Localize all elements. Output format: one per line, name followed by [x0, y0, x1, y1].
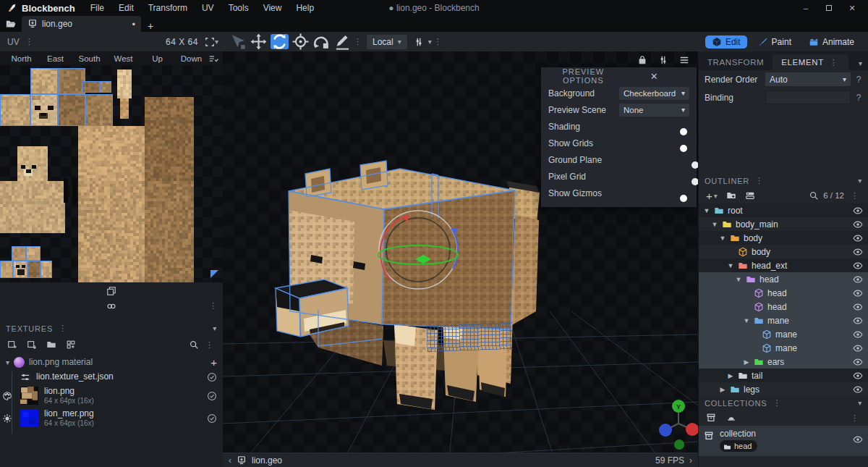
3d-viewport[interactable]: Y PREVIEW OPTIONS ✕ BackgroundCheckerboa…	[223, 51, 698, 467]
preview-sliders-icon[interactable]	[658, 55, 668, 65]
texture-group-icon[interactable]	[66, 340, 76, 350]
outliner-node-body[interactable]: body	[699, 245, 868, 258]
expand-icon[interactable]: ▶	[727, 372, 734, 379]
create-texture-icon[interactable]	[7, 340, 17, 350]
material-collapse-icon[interactable]: ▾	[6, 358, 9, 366]
texture-folder-icon[interactable]	[46, 340, 56, 350]
import-collection-icon[interactable]	[726, 413, 736, 423]
move-tool[interactable]	[250, 34, 268, 49]
texture-row[interactable]: lion.png64 x 64px (16x)	[0, 384, 223, 407]
uv-face-up[interactable]: Up	[140, 54, 174, 63]
textures-toolbar-menu-icon[interactable]: ⋮	[203, 340, 216, 350]
tab-menu-icon[interactable]: ⋮	[827, 58, 841, 67]
help-icon[interactable]: ?	[855, 75, 862, 85]
panel-collapse-icon[interactable]: ▾	[859, 59, 868, 70]
texture-material-group[interactable]: ▾lion.png material+	[0, 354, 223, 370]
minimize-button[interactable]: –	[796, 1, 816, 14]
visibility-eye-icon[interactable]	[853, 233, 863, 243]
outliner-node-head[interactable]: head	[699, 286, 868, 300]
menu-file[interactable]: File	[84, 1, 111, 14]
texture-enabled-icon[interactable]	[207, 391, 217, 401]
new-collection-icon[interactable]	[706, 413, 716, 423]
menu-help[interactable]: Help	[289, 1, 320, 14]
uv-editor[interactable]	[0, 65, 223, 282]
viewport-menu-icon[interactable]	[679, 55, 689, 65]
uv-face-down[interactable]: Down	[174, 54, 208, 63]
collections-toolbar-menu-icon[interactable]: ⋮	[848, 413, 861, 423]
outliner-node-body[interactable]: ▼body	[699, 231, 868, 245]
option-select[interactable]: Checkerboard▾	[619, 87, 689, 100]
tools-overflow-icon[interactable]: ⋮	[352, 37, 364, 46]
uv-face-north[interactable]: North	[4, 54, 38, 63]
prev-tab-icon[interactable]: ‹	[229, 455, 231, 466]
visibility-eye-icon[interactable]	[853, 302, 863, 312]
copy-uv-icon[interactable]	[6, 286, 217, 296]
collections-menu-icon[interactable]: ⋮	[770, 398, 783, 408]
visibility-eye-icon[interactable]	[853, 316, 863, 326]
collapse-icon[interactable]: ▼	[703, 207, 710, 214]
maximize-button[interactable]	[819, 1, 839, 14]
tab-lion-geo[interactable]: lion.geo •	[22, 16, 141, 32]
visibility-eye-icon[interactable]	[853, 371, 863, 381]
rotate-back-tool[interactable]	[312, 34, 331, 49]
field-input[interactable]	[765, 91, 851, 104]
texture-enabled-icon[interactable]	[207, 413, 217, 424]
textures-collapse-icon[interactable]: ▾	[213, 324, 217, 332]
add-texture-button[interactable]: +	[210, 356, 217, 369]
expand-icon[interactable]: ▶	[743, 358, 750, 366]
textures-menu-icon[interactable]: ⋮	[56, 324, 69, 333]
visibility-eye-icon[interactable]	[853, 357, 863, 367]
uv-face-east[interactable]: East	[38, 54, 72, 63]
collapse-icon[interactable]: ▼	[727, 262, 734, 269]
next-tab-icon[interactable]: ›	[689, 455, 692, 466]
collapse-icon[interactable]: ▼	[743, 317, 750, 324]
menu-transform[interactable]: Transform	[142, 1, 194, 14]
add-group-icon[interactable]	[726, 190, 736, 201]
uv-footer-menu-icon[interactable]: ⋮	[207, 301, 219, 311]
outliner-node-body_main[interactable]: ▼body_main	[699, 217, 868, 231]
collapse-icon[interactable]: ▼	[719, 235, 726, 242]
outliner-node-mane[interactable]: mane	[699, 341, 868, 355]
import-texture-icon[interactable]	[27, 340, 37, 350]
outliner-node-mane[interactable]: mane	[699, 327, 868, 341]
texture-row[interactable]: lion.texture_set.json	[0, 370, 223, 384]
outliner-node-head[interactable]: ▼head	[699, 272, 868, 286]
visibility-eye-icon[interactable]	[853, 434, 863, 445]
menu-edit[interactable]: Edit	[112, 1, 140, 14]
rotate-tool[interactable]	[271, 34, 289, 49]
outliner-collapse-icon[interactable]: ▾	[858, 177, 862, 185]
outliner-node-mane[interactable]: ▼mane	[699, 314, 868, 327]
mode-edit[interactable]: Edit	[705, 35, 747, 49]
visibility-eye-icon[interactable]	[853, 261, 863, 271]
outliner-node-tail[interactable]: ▶tail	[699, 369, 868, 382]
collapse-icon[interactable]: ▼	[711, 221, 718, 228]
outliner-view-icon[interactable]	[745, 190, 755, 201]
expand-icon[interactable]: ▶	[719, 386, 726, 393]
visibility-eye-icon[interactable]	[853, 288, 863, 298]
vertex-snap-tool[interactable]	[229, 34, 247, 49]
option-select[interactable]: None▾	[619, 104, 689, 117]
visibility-eye-icon[interactable]	[853, 219, 863, 230]
uv-checklist-icon[interactable]	[208, 54, 218, 64]
link-uv-icon[interactable]	[6, 301, 217, 311]
uv-texture-canvas[interactable]	[0, 65, 223, 282]
new-tab-button[interactable]: +	[141, 20, 160, 32]
visibility-eye-icon[interactable]	[853, 384, 863, 395]
bag-icon[interactable]	[637, 55, 647, 65]
uv-face-west[interactable]: West	[106, 54, 140, 63]
open-file-icon[interactable]	[0, 16, 22, 32]
toolbar-overflow-icon[interactable]: ⋮	[432, 37, 444, 46]
add-element-button[interactable]: +▾	[706, 190, 718, 202]
field-select[interactable]: Auto▾	[765, 72, 851, 86]
transform-space-select[interactable]: Local ▾	[367, 35, 407, 49]
outliner-node-head_ext[interactable]: ▼head_ext	[699, 258, 868, 272]
menu-uv[interactable]: UV	[195, 1, 221, 14]
popup-close-icon[interactable]: ✕	[619, 71, 691, 82]
outliner-node-legs[interactable]: ▶legs	[699, 382, 868, 396]
tab-element[interactable]: ELEMENT⋮	[773, 54, 848, 70]
collections-collapse-icon[interactable]: ▾	[858, 399, 862, 407]
outliner-toolbar-menu-icon[interactable]: ⋮	[848, 191, 861, 201]
uv-face-south[interactable]: South	[72, 54, 106, 63]
outliner-menu-icon[interactable]: ⋮	[753, 176, 766, 185]
close-button[interactable]: ✕	[842, 1, 862, 14]
